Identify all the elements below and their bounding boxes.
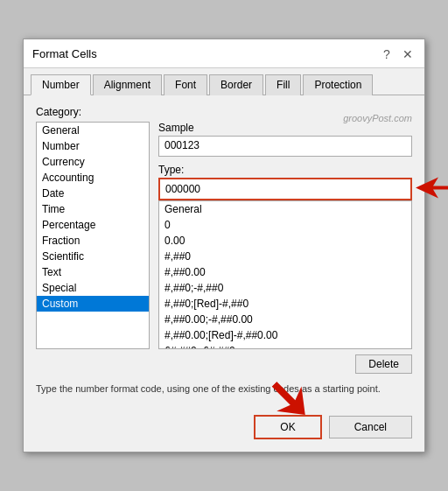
format-item[interactable]: #,##0.00;[Red]-#,##0.00: [159, 327, 411, 343]
tab-alignment[interactable]: Alignment: [93, 74, 162, 95]
type-input-container: [158, 178, 412, 200]
description-text: Type the number format code, using one o…: [36, 382, 412, 396]
category-item-accounting[interactable]: Accounting: [37, 170, 149, 186]
category-item-scientific[interactable]: Scientific: [37, 249, 149, 264]
delete-row: Delete: [158, 354, 412, 374]
tab-border[interactable]: Border: [209, 74, 263, 95]
sample-label: Sample: [158, 122, 412, 134]
category-item-special[interactable]: Special: [37, 280, 149, 296]
type-label: Type:: [158, 164, 412, 176]
category-item-number[interactable]: Number: [37, 138, 149, 154]
dialog-title: Format Cells: [32, 47, 97, 60]
help-button[interactable]: ?: [379, 46, 395, 62]
format-item[interactable]: #,##0;-#,##0: [159, 280, 411, 296]
category-item-general[interactable]: General: [37, 123, 149, 138]
format-item[interactable]: #,##0;[Red]-#,##0: [159, 296, 411, 312]
tab-content: groovyPost.com Category: General Number …: [24, 95, 424, 406]
format-item[interactable]: #,##0.00;-#,##0.00: [159, 312, 411, 327]
format-list[interactable]: General 0 0.00 #,##0 #,##0.00 #,##0;-#,#…: [158, 200, 412, 349]
title-icons: ? ✕: [379, 46, 416, 62]
format-item[interactable]: #,##0: [159, 249, 411, 264]
ok-button[interactable]: OK: [254, 415, 321, 439]
close-button[interactable]: ✕: [400, 46, 416, 62]
category-item-text[interactable]: Text: [37, 264, 149, 280]
category-item-date[interactable]: Date: [37, 186, 149, 201]
tab-fill[interactable]: Fill: [265, 74, 301, 95]
category-item-time[interactable]: Time: [37, 201, 149, 217]
sample-value: 000123: [158, 136, 412, 157]
format-item[interactable]: 0: [159, 217, 411, 233]
format-item[interactable]: #,##0.00: [159, 264, 411, 280]
right-panel: Sample 000123 Type: General 0 0.00: [158, 122, 412, 374]
svg-marker-0: [416, 177, 448, 198]
format-item[interactable]: General: [159, 201, 411, 217]
tab-number[interactable]: Number: [31, 74, 91, 95]
format-item[interactable]: 0.00: [159, 233, 411, 249]
format-cells-dialog: Format Cells ? ✕ Number Alignment Font B…: [23, 39, 425, 452]
delete-button[interactable]: Delete: [355, 354, 412, 374]
category-list[interactable]: General Number Currency Accounting Date …: [36, 122, 150, 349]
category-item-percentage[interactable]: Percentage: [37, 217, 149, 233]
type-arrow: [416, 175, 448, 202]
format-item[interactable]: £#,##0;-£#,##0: [159, 343, 411, 349]
category-item-fraction[interactable]: Fraction: [37, 233, 149, 249]
tab-font[interactable]: Font: [164, 74, 207, 95]
main-area: General Number Currency Accounting Date …: [36, 122, 412, 374]
cancel-button[interactable]: Cancel: [329, 416, 412, 438]
tab-protection[interactable]: Protection: [303, 74, 373, 95]
type-input[interactable]: [158, 178, 412, 200]
tab-bar: Number Alignment Font Border Fill Protec…: [24, 68, 424, 95]
category-item-custom[interactable]: Custom: [37, 296, 149, 312]
footer: OK Cancel: [24, 406, 424, 452]
category-item-currency[interactable]: Currency: [37, 154, 149, 170]
category-label: Category:: [36, 106, 412, 118]
title-bar: Format Cells ? ✕: [24, 39, 424, 68]
